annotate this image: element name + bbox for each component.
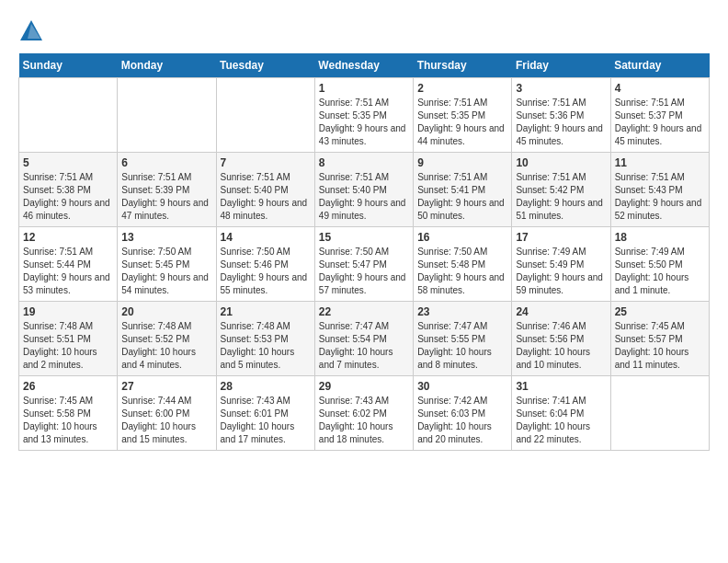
calendar-header: SundayMondayTuesdayWednesdayThursdayFrid…	[19, 53, 710, 78]
calendar-cell: 31Sunrise: 7:41 AM Sunset: 6:04 PM Dayli…	[512, 376, 610, 451]
day-number: 5	[23, 156, 113, 169]
calendar-cell	[19, 78, 118, 153]
calendar-cell: 17Sunrise: 7:49 AM Sunset: 5:49 PM Dayli…	[512, 227, 610, 302]
day-number: 20	[121, 305, 211, 318]
calendar-week-5: 26Sunrise: 7:45 AM Sunset: 5:58 PM Dayli…	[19, 376, 710, 451]
weekday-header-thursday: Thursday	[414, 53, 512, 78]
day-number: 10	[516, 156, 606, 169]
calendar-week-1: 1Sunrise: 7:51 AM Sunset: 5:35 PM Daylig…	[19, 78, 710, 153]
calendar-cell: 25Sunrise: 7:45 AM Sunset: 5:57 PM Dayli…	[610, 302, 709, 376]
day-number: 3	[516, 82, 606, 95]
day-info: Sunrise: 7:50 AM Sunset: 5:47 PM Dayligh…	[319, 246, 409, 297]
calendar-cell: 19Sunrise: 7:48 AM Sunset: 5:51 PM Dayli…	[19, 302, 118, 376]
day-info: Sunrise: 7:48 AM Sunset: 5:53 PM Dayligh…	[221, 320, 311, 372]
day-info: Sunrise: 7:49 AM Sunset: 5:50 PM Dayligh…	[615, 246, 705, 297]
calendar-cell: 7Sunrise: 7:51 AM Sunset: 5:40 PM Daylig…	[216, 153, 314, 227]
day-number: 28	[221, 380, 311, 393]
day-info: Sunrise: 7:43 AM Sunset: 6:02 PM Dayligh…	[319, 395, 409, 446]
day-info: Sunrise: 7:51 AM Sunset: 5:40 PM Dayligh…	[221, 171, 311, 223]
day-info: Sunrise: 7:44 AM Sunset: 6:00 PM Dayligh…	[121, 395, 211, 446]
calendar-cell: 28Sunrise: 7:43 AM Sunset: 6:01 PM Dayli…	[216, 376, 314, 451]
day-number: 21	[221, 305, 311, 318]
calendar-cell: 20Sunrise: 7:48 AM Sunset: 5:52 PM Dayli…	[118, 302, 216, 376]
day-info: Sunrise: 7:47 AM Sunset: 5:54 PM Dayligh…	[319, 320, 409, 372]
day-number: 12	[23, 231, 113, 244]
day-info: Sunrise: 7:45 AM Sunset: 5:58 PM Dayligh…	[23, 395, 113, 446]
day-info: Sunrise: 7:50 AM Sunset: 5:46 PM Dayligh…	[221, 246, 311, 297]
calendar-cell: 14Sunrise: 7:50 AM Sunset: 5:46 PM Dayli…	[216, 227, 314, 302]
day-info: Sunrise: 7:50 AM Sunset: 5:48 PM Dayligh…	[417, 246, 507, 297]
day-info: Sunrise: 7:51 AM Sunset: 5:37 PM Dayligh…	[615, 97, 705, 148]
calendar-cell	[118, 78, 216, 153]
calendar-cell: 16Sunrise: 7:50 AM Sunset: 5:48 PM Dayli…	[414, 227, 512, 302]
day-info: Sunrise: 7:46 AM Sunset: 5:56 PM Dayligh…	[516, 320, 606, 372]
day-info: Sunrise: 7:51 AM Sunset: 5:41 PM Dayligh…	[417, 171, 507, 223]
day-number: 13	[121, 231, 211, 244]
calendar-cell: 21Sunrise: 7:48 AM Sunset: 5:53 PM Dayli…	[216, 302, 314, 376]
calendar-cell: 2Sunrise: 7:51 AM Sunset: 5:35 PM Daylig…	[414, 78, 512, 153]
calendar-cell: 1Sunrise: 7:51 AM Sunset: 5:35 PM Daylig…	[314, 78, 413, 153]
calendar-cell: 5Sunrise: 7:51 AM Sunset: 5:38 PM Daylig…	[19, 153, 118, 227]
day-number: 8	[319, 156, 409, 169]
day-info: Sunrise: 7:51 AM Sunset: 5:42 PM Dayligh…	[516, 171, 606, 223]
day-number: 4	[615, 82, 705, 95]
day-info: Sunrise: 7:51 AM Sunset: 5:38 PM Dayligh…	[23, 171, 113, 223]
day-number: 18	[615, 231, 705, 244]
calendar-week-4: 19Sunrise: 7:48 AM Sunset: 5:51 PM Dayli…	[19, 302, 710, 376]
day-number: 17	[516, 231, 606, 244]
logo-icon	[18, 18, 44, 44]
calendar-cell: 24Sunrise: 7:46 AM Sunset: 5:56 PM Dayli…	[512, 302, 610, 376]
day-info: Sunrise: 7:41 AM Sunset: 6:04 PM Dayligh…	[516, 395, 606, 446]
day-number: 2	[417, 82, 507, 95]
day-number: 19	[23, 305, 113, 318]
day-number: 1	[319, 82, 409, 95]
calendar-cell: 8Sunrise: 7:51 AM Sunset: 5:40 PM Daylig…	[314, 153, 413, 227]
weekday-header-monday: Monday	[118, 53, 216, 78]
day-number: 15	[319, 231, 409, 244]
day-info: Sunrise: 7:42 AM Sunset: 6:03 PM Dayligh…	[417, 395, 507, 446]
calendar-cell: 9Sunrise: 7:51 AM Sunset: 5:41 PM Daylig…	[414, 153, 512, 227]
day-info: Sunrise: 7:47 AM Sunset: 5:55 PM Dayligh…	[417, 320, 507, 372]
day-number: 29	[319, 380, 409, 393]
calendar-cell	[610, 376, 709, 451]
page-header	[18, 18, 710, 44]
day-number: 23	[417, 305, 507, 318]
day-number: 30	[417, 380, 507, 393]
calendar-cell: 12Sunrise: 7:51 AM Sunset: 5:44 PM Dayli…	[19, 227, 118, 302]
day-info: Sunrise: 7:45 AM Sunset: 5:57 PM Dayligh…	[615, 320, 705, 372]
day-number: 25	[615, 305, 705, 318]
day-info: Sunrise: 7:51 AM Sunset: 5:43 PM Dayligh…	[615, 171, 705, 223]
calendar-cell: 18Sunrise: 7:49 AM Sunset: 5:50 PM Dayli…	[610, 227, 709, 302]
calendar-cell: 30Sunrise: 7:42 AM Sunset: 6:03 PM Dayli…	[414, 376, 512, 451]
day-info: Sunrise: 7:51 AM Sunset: 5:35 PM Dayligh…	[319, 97, 409, 148]
weekday-header-wednesday: Wednesday	[314, 53, 413, 78]
day-info: Sunrise: 7:48 AM Sunset: 5:51 PM Dayligh…	[23, 320, 113, 372]
header-row: SundayMondayTuesdayWednesdayThursdayFrid…	[19, 53, 710, 78]
calendar-cell: 11Sunrise: 7:51 AM Sunset: 5:43 PM Dayli…	[610, 153, 709, 227]
day-number: 31	[516, 380, 606, 393]
calendar-week-2: 5Sunrise: 7:51 AM Sunset: 5:38 PM Daylig…	[19, 153, 710, 227]
day-info: Sunrise: 7:49 AM Sunset: 5:49 PM Dayligh…	[516, 246, 606, 297]
day-number: 9	[417, 156, 507, 169]
calendar-cell: 3Sunrise: 7:51 AM Sunset: 5:36 PM Daylig…	[512, 78, 610, 153]
day-number: 11	[615, 156, 705, 169]
calendar-table: SundayMondayTuesdayWednesdayThursdayFrid…	[18, 53, 710, 451]
calendar-cell: 29Sunrise: 7:43 AM Sunset: 6:02 PM Dayli…	[314, 376, 413, 451]
weekday-header-friday: Friday	[512, 53, 610, 78]
day-number: 16	[417, 231, 507, 244]
calendar-week-3: 12Sunrise: 7:51 AM Sunset: 5:44 PM Dayli…	[19, 227, 710, 302]
calendar-cell	[216, 78, 314, 153]
day-info: Sunrise: 7:50 AM Sunset: 5:45 PM Dayligh…	[121, 246, 211, 297]
logo	[18, 18, 46, 44]
day-number: 6	[121, 156, 211, 169]
day-number: 24	[516, 305, 606, 318]
weekday-header-saturday: Saturday	[610, 53, 709, 78]
calendar-cell: 4Sunrise: 7:51 AM Sunset: 5:37 PM Daylig…	[610, 78, 709, 153]
calendar-cell: 22Sunrise: 7:47 AM Sunset: 5:54 PM Dayli…	[314, 302, 413, 376]
calendar-cell: 26Sunrise: 7:45 AM Sunset: 5:58 PM Dayli…	[19, 376, 118, 451]
calendar-cell: 10Sunrise: 7:51 AM Sunset: 5:42 PM Dayli…	[512, 153, 610, 227]
calendar-body: 1Sunrise: 7:51 AM Sunset: 5:35 PM Daylig…	[19, 78, 710, 451]
day-number: 27	[121, 380, 211, 393]
weekday-header-tuesday: Tuesday	[216, 53, 314, 78]
day-info: Sunrise: 7:51 AM Sunset: 5:39 PM Dayligh…	[121, 171, 211, 223]
